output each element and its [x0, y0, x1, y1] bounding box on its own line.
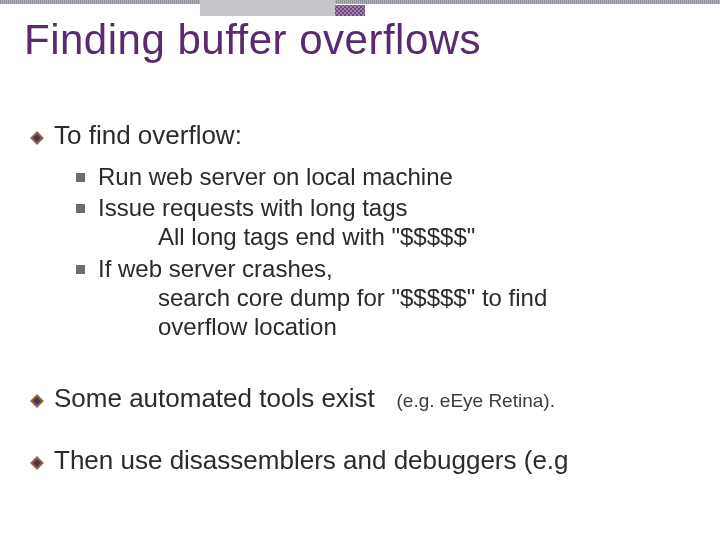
- sub-item-continuation: overflow location: [158, 312, 696, 341]
- bullet-automated-tools: Some automated tools exist (e.g. eEye Re…: [30, 383, 696, 415]
- diamond-bullet-icon: [30, 456, 44, 470]
- bullet-to-find-overflow: To find overflow:: [30, 120, 696, 152]
- sub-item-text: Run web server on local machine: [98, 163, 453, 190]
- bullet-text: Then use disassemblers and debuggers (e.…: [54, 445, 569, 475]
- sub-item-issue-requests: Issue requests with long tags All long t…: [76, 193, 696, 252]
- decorative-grey-block: [200, 0, 335, 16]
- slide: Finding buffer overflows To find overflo…: [0, 0, 720, 540]
- sub-item-continuation: search core dump for "$$$$$" to find: [158, 283, 696, 312]
- diamond-bullet-icon: [30, 131, 44, 145]
- bullet-text: To find overflow:: [54, 120, 242, 150]
- bullet-disassemblers: Then use disassemblers and debuggers (e.…: [30, 445, 696, 477]
- slide-body: To find overflow: Run web server on loca…: [30, 120, 696, 487]
- sub-item-continuation: All long tags end with "$$$$$": [158, 222, 696, 251]
- sub-item-text: Issue requests with long tags: [98, 194, 408, 221]
- diamond-bullet-icon: [30, 394, 44, 408]
- sub-list: Run web server on local machine Issue re…: [76, 162, 696, 342]
- sub-item-crash: If web server crashes, search core dump …: [76, 254, 696, 342]
- bullet-text: Some automated tools exist: [54, 383, 375, 413]
- sub-item-text: If web server crashes,: [98, 255, 333, 282]
- slide-title: Finding buffer overflows: [24, 16, 696, 64]
- decorative-top-strip: [0, 0, 720, 4]
- note-text: (e.g. eEye Retina).: [397, 390, 555, 411]
- decorative-purple-dots: [335, 5, 365, 16]
- sub-item-run-server: Run web server on local machine: [76, 162, 696, 191]
